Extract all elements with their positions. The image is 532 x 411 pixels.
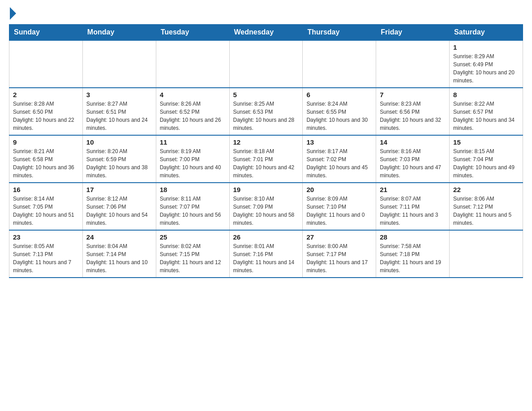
calendar-week-row: 1Sunrise: 8:29 AM Sunset: 6:49 PM Daylig… xyxy=(9,40,523,88)
day-info: Sunrise: 8:20 AM Sunset: 6:59 PM Dayligh… xyxy=(86,147,152,180)
day-info: Sunrise: 8:05 AM Sunset: 7:13 PM Dayligh… xyxy=(13,242,79,274)
calendar-cell xyxy=(376,40,450,88)
calendar-cell: 25Sunrise: 8:02 AM Sunset: 7:15 PM Dayli… xyxy=(156,230,229,278)
day-info: Sunrise: 8:29 AM Sunset: 6:49 PM Dayligh… xyxy=(453,52,519,85)
day-info: Sunrise: 8:28 AM Sunset: 6:50 PM Dayligh… xyxy=(13,100,79,132)
calendar-cell: 2Sunrise: 8:28 AM Sunset: 6:50 PM Daylig… xyxy=(9,88,83,135)
col-header-thursday: Thursday xyxy=(303,25,376,41)
day-info: Sunrise: 7:58 AM Sunset: 7:18 PM Dayligh… xyxy=(380,242,446,274)
day-info: Sunrise: 8:07 AM Sunset: 7:11 PM Dayligh… xyxy=(380,195,446,227)
day-number: 22 xyxy=(453,186,519,193)
calendar-cell xyxy=(156,40,229,88)
col-header-saturday: Saturday xyxy=(450,25,523,41)
day-number: 15 xyxy=(453,138,519,146)
calendar-week-row: 16Sunrise: 8:14 AM Sunset: 7:05 PM Dayli… xyxy=(9,183,523,230)
calendar-cell: 3Sunrise: 8:27 AM Sunset: 6:51 PM Daylig… xyxy=(82,88,156,135)
day-number: 4 xyxy=(160,91,226,98)
logo xyxy=(9,9,16,20)
day-number: 6 xyxy=(306,91,372,98)
day-number: 9 xyxy=(13,138,79,146)
calendar-cell: 15Sunrise: 8:15 AM Sunset: 7:04 PM Dayli… xyxy=(450,135,523,183)
day-info: Sunrise: 8:00 AM Sunset: 7:17 PM Dayligh… xyxy=(306,242,372,274)
calendar-cell: 1Sunrise: 8:29 AM Sunset: 6:49 PM Daylig… xyxy=(450,40,523,88)
calendar-week-row: 2Sunrise: 8:28 AM Sunset: 6:50 PM Daylig… xyxy=(9,88,523,135)
calendar-cell: 11Sunrise: 8:19 AM Sunset: 7:00 PM Dayli… xyxy=(156,135,229,183)
day-info: Sunrise: 8:25 AM Sunset: 6:53 PM Dayligh… xyxy=(233,100,299,132)
calendar-cell: 23Sunrise: 8:05 AM Sunset: 7:13 PM Dayli… xyxy=(9,230,83,278)
calendar-cell xyxy=(450,230,523,278)
day-number: 20 xyxy=(306,186,372,193)
day-number: 23 xyxy=(13,233,79,241)
calendar-week-row: 23Sunrise: 8:05 AM Sunset: 7:13 PM Dayli… xyxy=(9,230,523,278)
calendar-cell: 10Sunrise: 8:20 AM Sunset: 6:59 PM Dayli… xyxy=(82,135,156,183)
day-number: 8 xyxy=(453,91,519,98)
page-header xyxy=(9,9,523,20)
day-number: 17 xyxy=(86,186,152,193)
calendar-cell: 26Sunrise: 8:01 AM Sunset: 7:16 PM Dayli… xyxy=(229,230,303,278)
col-header-monday: Monday xyxy=(82,25,156,41)
day-number: 21 xyxy=(380,186,446,193)
day-number: 26 xyxy=(233,233,299,241)
day-number: 7 xyxy=(380,91,446,98)
day-number: 3 xyxy=(86,91,152,98)
calendar-cell: 17Sunrise: 8:12 AM Sunset: 7:06 PM Dayli… xyxy=(82,183,156,230)
calendar-cell: 4Sunrise: 8:26 AM Sunset: 6:52 PM Daylig… xyxy=(156,88,229,135)
calendar-cell: 16Sunrise: 8:14 AM Sunset: 7:05 PM Dayli… xyxy=(9,183,83,230)
day-info: Sunrise: 8:23 AM Sunset: 6:56 PM Dayligh… xyxy=(380,100,446,132)
day-number: 27 xyxy=(306,233,372,241)
calendar-cell: 8Sunrise: 8:22 AM Sunset: 6:57 PM Daylig… xyxy=(450,88,523,135)
calendar-cell: 13Sunrise: 8:17 AM Sunset: 7:02 PM Dayli… xyxy=(303,135,376,183)
day-info: Sunrise: 8:01 AM Sunset: 7:16 PM Dayligh… xyxy=(233,242,299,274)
day-number: 12 xyxy=(233,138,299,146)
col-header-wednesday: Wednesday xyxy=(229,25,303,41)
day-number: 28 xyxy=(380,233,446,241)
day-number: 5 xyxy=(233,91,299,98)
calendar-header-row: SundayMondayTuesdayWednesdayThursdayFrid… xyxy=(9,25,523,41)
day-number: 24 xyxy=(86,233,152,241)
day-number: 19 xyxy=(233,186,299,193)
calendar-cell: 19Sunrise: 8:10 AM Sunset: 7:09 PM Dayli… xyxy=(229,183,303,230)
calendar-cell: 5Sunrise: 8:25 AM Sunset: 6:53 PM Daylig… xyxy=(229,88,303,135)
calendar-cell: 20Sunrise: 8:09 AM Sunset: 7:10 PM Dayli… xyxy=(303,183,376,230)
calendar-cell: 9Sunrise: 8:21 AM Sunset: 6:58 PM Daylig… xyxy=(9,135,83,183)
day-info: Sunrise: 8:17 AM Sunset: 7:02 PM Dayligh… xyxy=(306,147,372,180)
day-info: Sunrise: 8:12 AM Sunset: 7:06 PM Dayligh… xyxy=(86,195,152,227)
day-info: Sunrise: 8:24 AM Sunset: 6:55 PM Dayligh… xyxy=(306,100,372,132)
day-number: 2 xyxy=(13,91,79,98)
calendar-cell xyxy=(82,40,156,88)
day-info: Sunrise: 8:10 AM Sunset: 7:09 PM Dayligh… xyxy=(233,195,299,227)
calendar-cell xyxy=(9,40,83,88)
day-info: Sunrise: 8:16 AM Sunset: 7:03 PM Dayligh… xyxy=(380,147,446,180)
calendar-cell: 18Sunrise: 8:11 AM Sunset: 7:07 PM Dayli… xyxy=(156,183,229,230)
day-number: 14 xyxy=(380,138,446,146)
day-info: Sunrise: 8:14 AM Sunset: 7:05 PM Dayligh… xyxy=(13,195,79,227)
day-info: Sunrise: 8:21 AM Sunset: 6:58 PM Dayligh… xyxy=(13,147,79,180)
calendar-cell: 24Sunrise: 8:04 AM Sunset: 7:14 PM Dayli… xyxy=(82,230,156,278)
calendar-cell: 28Sunrise: 7:58 AM Sunset: 7:18 PM Dayli… xyxy=(376,230,450,278)
day-info: Sunrise: 8:04 AM Sunset: 7:14 PM Dayligh… xyxy=(86,242,152,274)
calendar-cell: 22Sunrise: 8:06 AM Sunset: 7:12 PM Dayli… xyxy=(450,183,523,230)
day-number: 18 xyxy=(160,186,226,193)
calendar-cell: 27Sunrise: 8:00 AM Sunset: 7:17 PM Dayli… xyxy=(303,230,376,278)
calendar-cell: 12Sunrise: 8:18 AM Sunset: 7:01 PM Dayli… xyxy=(229,135,303,183)
day-number: 11 xyxy=(160,138,226,146)
day-number: 1 xyxy=(453,43,519,51)
day-info: Sunrise: 8:26 AM Sunset: 6:52 PM Dayligh… xyxy=(160,100,226,132)
calendar-cell: 21Sunrise: 8:07 AM Sunset: 7:11 PM Dayli… xyxy=(376,183,450,230)
day-number: 25 xyxy=(160,233,226,241)
day-info: Sunrise: 8:18 AM Sunset: 7:01 PM Dayligh… xyxy=(233,147,299,180)
calendar-cell xyxy=(303,40,376,88)
day-info: Sunrise: 8:15 AM Sunset: 7:04 PM Dayligh… xyxy=(453,147,519,180)
col-header-tuesday: Tuesday xyxy=(156,25,229,41)
calendar-cell: 14Sunrise: 8:16 AM Sunset: 7:03 PM Dayli… xyxy=(376,135,450,183)
logo-triangle-icon xyxy=(10,7,16,20)
day-info: Sunrise: 8:22 AM Sunset: 6:57 PM Dayligh… xyxy=(453,100,519,132)
day-info: Sunrise: 8:11 AM Sunset: 7:07 PM Dayligh… xyxy=(160,195,226,227)
day-number: 10 xyxy=(86,138,152,146)
calendar-table: SundayMondayTuesdayWednesdayThursdayFrid… xyxy=(9,24,523,278)
calendar-cell: 7Sunrise: 8:23 AM Sunset: 6:56 PM Daylig… xyxy=(376,88,450,135)
day-info: Sunrise: 8:02 AM Sunset: 7:15 PM Dayligh… xyxy=(160,242,226,274)
col-header-friday: Friday xyxy=(376,25,450,41)
day-number: 13 xyxy=(306,138,372,146)
day-info: Sunrise: 8:06 AM Sunset: 7:12 PM Dayligh… xyxy=(453,195,519,227)
